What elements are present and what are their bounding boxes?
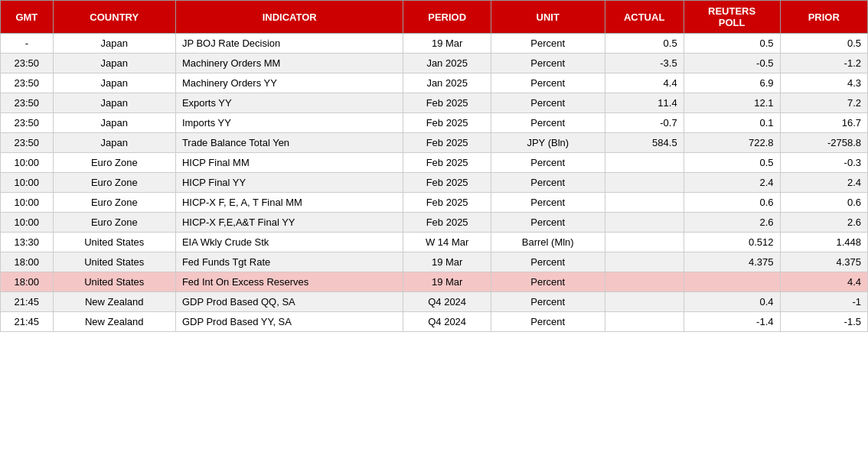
cell-country: Japan [53, 54, 175, 73]
cell-gmt: 18:00 [1, 272, 54, 292]
cell-indicator: HICP-X F,E,A&T Final YY [175, 213, 403, 233]
cell-prior: -1 [780, 292, 868, 312]
cell-unit: Percent [491, 153, 605, 173]
cell-prior: 16.7 [780, 113, 868, 133]
cell-gmt: - [1, 34, 54, 54]
cell-unit: Percent [491, 193, 605, 213]
cell-country: Euro Zone [53, 213, 175, 233]
cell-poll: 6.9 [684, 73, 780, 93]
table-header-row: GMT COUNTRY INDICATOR PERIOD UNIT ACTUAL… [1, 1, 868, 34]
cell-indicator: GDP Prod Based QQ, SA [175, 292, 403, 312]
cell-actual [605, 292, 684, 312]
cell-unit: Percent [491, 213, 605, 233]
table-row: 18:00United StatesFed Int On Excess Rese… [1, 272, 868, 292]
header-indicator: INDICATOR [175, 1, 403, 34]
cell-gmt: 10:00 [1, 173, 54, 193]
cell-period: W 14 Mar [403, 233, 491, 252]
cell-country: United States [53, 272, 175, 292]
header-actual: ACTUAL [605, 1, 684, 34]
cell-indicator: HICP-X F, E, A, T Final MM [175, 193, 403, 213]
table-row: 10:00Euro ZoneHICP Final YYFeb 2025Perce… [1, 173, 868, 193]
table-row: 10:00Euro ZoneHICP Final MMFeb 2025Perce… [1, 153, 868, 173]
cell-gmt: 10:00 [1, 193, 54, 213]
table-row: 23:50JapanExports YYFeb 2025Percent11.41… [1, 93, 868, 113]
cell-country: Euro Zone [53, 153, 175, 173]
cell-prior: 2.4 [780, 173, 868, 193]
cell-indicator: Fed Int On Excess Reserves [175, 272, 403, 292]
cell-country: Japan [53, 34, 175, 54]
cell-prior: -2758.8 [780, 133, 868, 153]
header-unit: UNIT [491, 1, 605, 34]
cell-poll: 722.8 [684, 133, 780, 153]
cell-period: 19 Mar [403, 34, 491, 54]
cell-prior: 7.2 [780, 93, 868, 113]
cell-prior: 4.3 [780, 73, 868, 93]
table-row: 10:00Euro ZoneHICP-X F, E, A, T Final MM… [1, 193, 868, 213]
table-row: 21:45New ZealandGDP Prod Based YY, SAQ4 … [1, 312, 868, 332]
cell-actual: 4.4 [605, 73, 684, 93]
cell-prior: 0.6 [780, 193, 868, 213]
cell-period: 19 Mar [403, 252, 491, 272]
cell-poll: 12.1 [684, 93, 780, 113]
cell-unit: Percent [491, 173, 605, 193]
cell-prior: -1.2 [780, 54, 868, 73]
header-gmt: GMT [1, 1, 54, 34]
cell-prior: 2.6 [780, 213, 868, 233]
cell-period: Q4 2024 [403, 312, 491, 332]
cell-indicator: Machinery Orders MM [175, 54, 403, 73]
cell-gmt: 23:50 [1, 54, 54, 73]
cell-unit: Percent [491, 312, 605, 332]
cell-poll: 4.375 [684, 252, 780, 272]
cell-gmt: 10:00 [1, 213, 54, 233]
cell-unit: Percent [491, 252, 605, 272]
cell-country: Japan [53, 133, 175, 153]
cell-period: Feb 2025 [403, 133, 491, 153]
cell-gmt: 21:45 [1, 292, 54, 312]
cell-country: Euro Zone [53, 173, 175, 193]
cell-period: Jan 2025 [403, 73, 491, 93]
cell-actual [605, 153, 684, 173]
cell-indicator: Fed Funds Tgt Rate [175, 252, 403, 272]
cell-period: Jan 2025 [403, 54, 491, 73]
cell-poll: -1.4 [684, 312, 780, 332]
cell-poll: -0.5 [684, 54, 780, 73]
table-row: 18:00United StatesFed Funds Tgt Rate19 M… [1, 252, 868, 272]
cell-indicator: GDP Prod Based YY, SA [175, 312, 403, 332]
cell-unit: Percent [491, 73, 605, 93]
cell-poll: 0.5 [684, 153, 780, 173]
table-row: 23:50JapanImports YYFeb 2025Percent-0.70… [1, 113, 868, 133]
cell-prior: 4.4 [780, 272, 868, 292]
table-row: 23:50JapanMachinery Orders MMJan 2025Per… [1, 54, 868, 73]
cell-prior: -0.3 [780, 153, 868, 173]
economic-calendar-table: GMT COUNTRY INDICATOR PERIOD UNIT ACTUAL… [0, 0, 868, 332]
cell-poll: 0.1 [684, 113, 780, 133]
cell-gmt: 21:45 [1, 312, 54, 332]
cell-actual: 0.5 [605, 34, 684, 54]
cell-indicator: Exports YY [175, 93, 403, 113]
cell-indicator: EIA Wkly Crude Stk [175, 233, 403, 252]
cell-period: Feb 2025 [403, 113, 491, 133]
cell-poll: 0.6 [684, 193, 780, 213]
cell-period: Feb 2025 [403, 213, 491, 233]
header-prior: PRIOR [780, 1, 868, 34]
table-row: 10:00Euro ZoneHICP-X F,E,A&T Final YYFeb… [1, 213, 868, 233]
cell-indicator: Trade Balance Total Yen [175, 133, 403, 153]
table-body: -JapanJP BOJ Rate Decision19 MarPercent0… [1, 34, 868, 332]
header-reuters-poll: REUTERSPOLL [684, 1, 780, 34]
cell-actual: -3.5 [605, 54, 684, 73]
cell-gmt: 23:50 [1, 133, 54, 153]
cell-poll: 2.6 [684, 213, 780, 233]
cell-prior: 0.5 [780, 34, 868, 54]
cell-unit: Percent [491, 113, 605, 133]
cell-actual [605, 252, 684, 272]
header-period: PERIOD [403, 1, 491, 34]
table-row: 13:30United StatesEIA Wkly Crude StkW 14… [1, 233, 868, 252]
cell-unit: Percent [491, 54, 605, 73]
cell-poll: 0.512 [684, 233, 780, 252]
cell-actual: -0.7 [605, 113, 684, 133]
cell-prior: -1.5 [780, 312, 868, 332]
cell-prior: 4.375 [780, 252, 868, 272]
cell-unit: Percent [491, 34, 605, 54]
cell-indicator: Machinery Orders YY [175, 73, 403, 93]
cell-unit: Percent [491, 272, 605, 292]
